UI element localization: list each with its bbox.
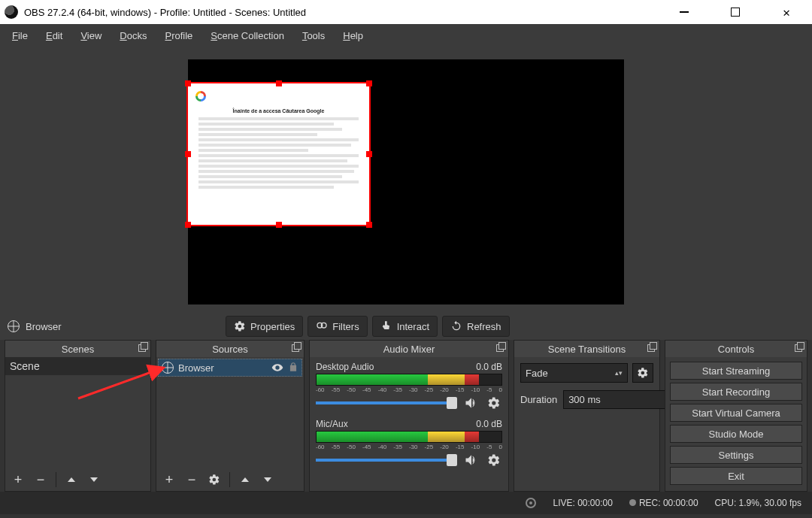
start-recording-button[interactable]: Start Recording (670, 383, 802, 401)
status-rec: REC: 00:00:00 (629, 498, 698, 508)
menu-edit[interactable]: Edit (38, 27, 70, 44)
filters-button[interactable]: Filters (308, 316, 367, 337)
scene-item[interactable]: Scene (5, 357, 150, 375)
channel-level: 0.0 dB (476, 419, 502, 429)
channel-level: 0.0 dB (476, 362, 502, 372)
channel-name: Mic/Aux (316, 419, 348, 429)
start-streaming-button[interactable]: Start Streaming (670, 362, 802, 380)
meter-ticks: -60-55-50-45-40-35-30-25-20-15-10-50 (316, 386, 502, 395)
globe-icon (8, 320, 20, 332)
source-item-browser[interactable]: Browser (158, 359, 302, 377)
scenes-list[interactable]: Scene (5, 357, 150, 468)
preview-area[interactable]: Înainte de a accesa Căutarea Google (0, 47, 812, 313)
start-virtual-camera-button[interactable]: Start Virtual Camera (670, 404, 802, 422)
resize-handle-bl[interactable] (185, 222, 191, 228)
audio-mixer-body: Desktop Audio0.0 dB -60-55-50-45-40-35-3… (310, 357, 508, 480)
slider-thumb[interactable] (447, 397, 457, 409)
controls-title: Controls (718, 344, 754, 355)
lock-icon[interactable] (288, 362, 298, 372)
exit-button[interactable]: Exit (670, 467, 802, 485)
interact-label: Interact (397, 321, 429, 332)
resize-handle-b[interactable] (276, 222, 282, 228)
interact-button[interactable]: Interact (372, 316, 438, 337)
visibility-icon[interactable] (271, 362, 283, 374)
obs-app-icon (5, 5, 18, 19)
channel-name: Desktop Audio (316, 362, 374, 372)
selected-source-name: Browser (26, 321, 62, 332)
speaker-icon[interactable] (463, 452, 480, 468)
menu-docks[interactable]: Docks (112, 27, 154, 44)
audio-mixer-dock: Audio Mixer Desktop Audio0.0 dB -60-55-5… (309, 340, 509, 492)
undock-icon[interactable] (290, 343, 301, 353)
window-title: OBS 27.2.4 (64-bit, windows) - Profile: … (24, 7, 668, 18)
resize-handle-br[interactable] (366, 222, 372, 228)
vu-meter (316, 374, 502, 386)
channel-settings-icon[interactable] (486, 452, 502, 468)
undock-icon[interactable] (495, 343, 505, 353)
transition-select[interactable]: Fade▴▾ (520, 363, 628, 383)
move-scene-down-button[interactable] (84, 470, 104, 489)
stream-indicator-icon (526, 498, 536, 508)
menu-view[interactable]: View (73, 27, 109, 44)
selected-source-bounds[interactable]: Înainte de a accesa Căutarea Google (186, 82, 371, 226)
remove-source-button[interactable]: − (182, 470, 201, 489)
google-logo-icon (195, 91, 206, 101)
volume-slider[interactable] (316, 459, 457, 462)
move-scene-up-button[interactable] (62, 470, 81, 489)
resize-handle-tr[interactable] (366, 80, 372, 86)
undock-icon[interactable] (793, 343, 804, 353)
undock-icon[interactable] (646, 343, 656, 353)
slider-thumb[interactable] (447, 454, 457, 466)
refresh-button[interactable]: Refresh (442, 316, 510, 337)
transition-value: Fade (526, 368, 548, 379)
menu-file[interactable]: File (5, 27, 35, 44)
chevron-updown-icon: ▴▾ (615, 369, 623, 377)
filters-label: Filters (332, 321, 359, 332)
scenes-title: Scenes (62, 344, 94, 355)
settings-button[interactable]: Settings (670, 446, 802, 464)
audio-title: Audio Mixer (383, 344, 435, 355)
browser-source-content: Înainte de a accesa Căutarea Google (191, 86, 366, 222)
status-live: LIVE: 00:00:00 (553, 498, 612, 508)
resize-handle-tl[interactable] (185, 80, 191, 86)
sources-list[interactable]: Browser (156, 357, 304, 468)
volume-slider[interactable] (316, 401, 457, 404)
resize-handle-t[interactable] (276, 80, 282, 86)
channel-settings-icon[interactable] (486, 395, 502, 411)
resize-handle-r[interactable] (366, 151, 372, 157)
browser-page-title: Înainte de a accesa Căutarea Google (194, 108, 363, 114)
studio-mode-button[interactable]: Studio Mode (670, 425, 802, 443)
menu-profile[interactable]: Profile (157, 27, 200, 44)
menu-help[interactable]: Help (335, 27, 371, 44)
menu-tools[interactable]: Tools (295, 27, 332, 44)
preview-canvas[interactable]: Înainte de a accesa Căutarea Google (188, 59, 624, 304)
audio-channel-mic: Mic/Aux0.0 dB -60-55-50-45-40-35-30-25-2… (316, 419, 502, 468)
source-context-bar: Browser Properties Filters Interact Refr… (0, 313, 812, 340)
add-source-button[interactable]: + (159, 470, 179, 489)
undock-icon[interactable] (137, 343, 147, 353)
move-source-down-button[interactable] (258, 470, 277, 489)
scene-label: Scene (10, 360, 40, 372)
add-scene-button[interactable]: + (8, 470, 28, 489)
titlebar: OBS 27.2.4 (64-bit, windows) - Profile: … (0, 0, 812, 24)
rec-dot-icon (629, 499, 636, 506)
status-bar: LIVE: 00:00:00 REC: 00:00:00 CPU: 1.9%, … (0, 492, 812, 514)
sources-title: Sources (212, 344, 248, 355)
resize-handle-l[interactable] (185, 151, 191, 157)
move-source-up-button[interactable] (235, 470, 255, 489)
remove-scene-button[interactable]: − (31, 470, 50, 489)
menu-scene-collection[interactable]: Scene Collection (203, 27, 292, 44)
window-maximize-button[interactable] (719, 1, 752, 23)
menubar: File Edit View Docks Profile Scene Colle… (0, 24, 812, 47)
source-properties-button[interactable] (205, 470, 224, 489)
refresh-label: Refresh (467, 321, 501, 332)
transition-settings-button[interactable] (632, 363, 653, 383)
properties-button[interactable]: Properties (226, 316, 303, 337)
speaker-icon[interactable] (463, 395, 480, 411)
properties-label: Properties (250, 321, 295, 332)
window-minimize-button[interactable] (668, 1, 701, 23)
docks-row: Scenes Scene + − Sources Browser + (0, 340, 812, 492)
transitions-dock: Scene Transitions Fade▴▾ Duration ▲▼ (514, 340, 660, 492)
window-close-button[interactable] (770, 1, 803, 23)
globe-icon (162, 362, 174, 374)
